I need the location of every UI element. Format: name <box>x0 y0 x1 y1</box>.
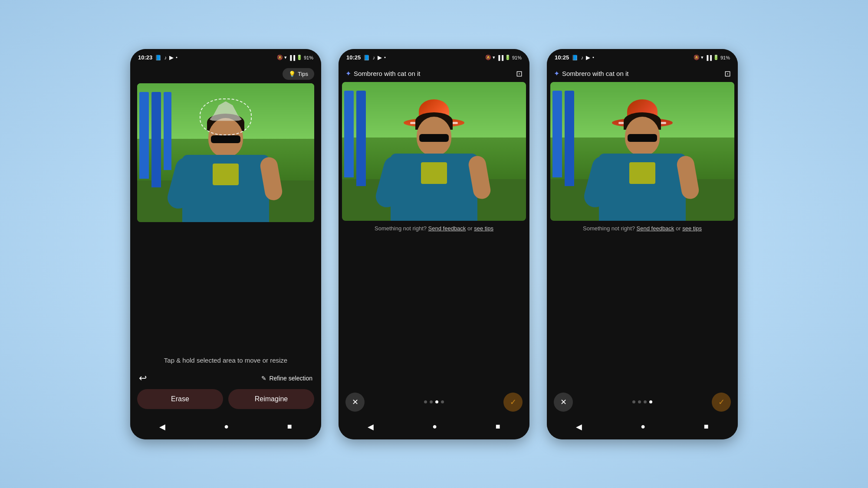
refine-selection-button[interactable]: ✎ Refine selection <box>261 375 312 382</box>
recent-nav-2[interactable]: ■ <box>490 420 506 433</box>
home-nav-1[interactable]: ● <box>219 420 234 433</box>
status-icons-2: 🔕 ▾ ▐▐ 🔋 91% <box>485 55 522 60</box>
pole-2b <box>356 91 366 186</box>
nav-bar-1: ◀ ● ■ <box>130 416 321 439</box>
status-icons-3: 🔕 ▾ ▐▐ 🔋 91% <box>694 55 730 60</box>
send-feedback-link-3[interactable]: Send feedback <box>637 225 674 232</box>
tiktok-icon-3: ♪ <box>581 55 583 61</box>
pole-2a <box>344 91 354 177</box>
photo-edit-container[interactable] <box>137 83 314 222</box>
mute-icon-2: 🔕 <box>485 55 491 60</box>
result-photo-2 <box>342 82 526 221</box>
send-feedback-link-2[interactable]: Send feedback <box>428 225 466 232</box>
bottom-bar-3: ✕ ✓ <box>547 388 738 416</box>
actions-row: ↩ ✎ Refine selection <box>137 373 314 384</box>
ai-prompt-label-2: ✦ Sombrero with cat on it <box>345 69 420 78</box>
dot-3-1 <box>638 400 641 403</box>
mute-icon: 🔕 <box>277 55 283 60</box>
dots-indicator-3 <box>632 400 652 403</box>
battery-pct-3: 91% <box>720 55 730 60</box>
back-nav-2[interactable]: ◀ <box>362 420 379 433</box>
shirt-design-2 <box>421 162 447 184</box>
person-glasses-2 <box>419 134 449 142</box>
dot-icon-3: • <box>592 55 594 60</box>
selection-area[interactable] <box>200 98 252 135</box>
accept-button-3[interactable]: ✓ <box>712 393 731 412</box>
battery-pct-2: 91% <box>512 55 522 60</box>
dot-2-2 <box>435 400 438 403</box>
battery-icon-2: 🔋 <box>505 55 511 60</box>
pole-3b <box>565 91 574 186</box>
ai-prompt-text-3: Sombrero with cat on it <box>562 70 628 77</box>
result-photo-3 <box>550 82 734 221</box>
person-figure-3 <box>582 91 703 221</box>
time-display: 10:23 <box>138 54 152 61</box>
wifi-icon-2: ▾ <box>493 55 495 60</box>
see-tips-link-3[interactable]: see tips <box>682 225 702 232</box>
erase-button[interactable]: Erase <box>137 389 223 409</box>
dot-2-1 <box>430 400 433 403</box>
dot-2-0 <box>424 400 427 403</box>
person-figure-2 <box>373 91 495 221</box>
cancel-button-3[interactable]: ✕ <box>554 393 573 412</box>
tips-icon: 💡 <box>289 71 296 77</box>
person-figure <box>165 92 286 222</box>
back-nav-3[interactable]: ◀ <box>571 420 587 433</box>
battery-icon: 🔋 <box>296 55 302 60</box>
feedback-row-3: Something not right? Send feedback or se… <box>547 221 738 236</box>
hint-text: Tap & hold selected area to move or resi… <box>137 353 314 367</box>
yt-icon-3: ▶ <box>586 55 590 61</box>
action-buttons-row: Erase Reimagine <box>137 389 314 409</box>
feedback-text-3: Something not right? <box>583 225 635 232</box>
photo-result-3 <box>550 82 734 221</box>
photo-result-2 <box>342 82 526 221</box>
see-tips-link-2[interactable]: see tips <box>474 225 493 232</box>
tips-label: Tips <box>298 71 308 77</box>
phone-3: 10:25 📘 ♪ ▶ • 🔕 ▾ ▐▐ 🔋 91% ✦ Sombrero wi… <box>547 49 738 439</box>
home-nav-3[interactable]: ● <box>635 420 651 433</box>
bottom-controls: Tap & hold selected area to move or resi… <box>130 312 321 416</box>
phone-2: 10:25 📘 ♪ ▶ • 🔕 ▾ ▐▐ 🔋 91% ✦ Sombrero wi… <box>339 49 529 439</box>
dot-3-0 <box>632 400 635 403</box>
reimagine-button[interactable]: Reimagine <box>228 389 314 409</box>
dots-indicator-2 <box>424 400 444 403</box>
dot-2-3 <box>441 400 444 403</box>
tiktok-icon-2: ♪ <box>372 55 375 61</box>
status-bar-1: 10:23 📘 ♪ ▶ • 🔕 ▾ ▐▐ 🔋 91% <box>130 49 321 65</box>
ai-header-2: ✦ Sombrero with cat on it ⊡ <box>339 65 529 82</box>
ai-header-3: ✦ Sombrero with cat on it ⊡ <box>547 65 738 82</box>
tips-button[interactable]: 💡 Tips <box>283 68 314 80</box>
compare-icon-3[interactable]: ⊡ <box>724 69 731 79</box>
refine-icon: ✎ <box>261 375 266 382</box>
recent-nav-3[interactable]: ■ <box>699 420 714 433</box>
pole-1 <box>139 92 149 179</box>
bottom-bar-2: ✕ ✓ <box>339 388 529 416</box>
status-time-3: 10:25 📘 ♪ ▶ • <box>555 54 594 61</box>
cancel-button-2[interactable]: ✕ <box>345 393 365 412</box>
park-structure-2 <box>344 91 366 186</box>
time-display-2: 10:25 <box>346 54 361 61</box>
tips-row: 💡 Tips <box>130 65 321 83</box>
wifi-icon-3: ▾ <box>701 55 704 60</box>
shirt-design <box>213 164 239 185</box>
accept-button-2[interactable]: ✓ <box>503 393 523 412</box>
phone1-main: 💡 Tips <box>130 65 321 416</box>
nav-bar-2: ◀ ● ■ <box>339 416 529 439</box>
home-nav-2[interactable]: ● <box>427 420 442 433</box>
sparkle-icon-2: ✦ <box>345 69 351 78</box>
undo-button[interactable]: ↩ <box>139 373 147 384</box>
sparkle-icon-3: ✦ <box>554 69 559 78</box>
photo-canvas <box>137 83 314 222</box>
battery-pct: 91% <box>304 55 313 60</box>
signal-icon-2: ▐▐ <box>496 55 503 60</box>
compare-icon-2[interactable]: ⊡ <box>516 69 523 79</box>
recent-nav-1[interactable]: ■ <box>282 420 297 433</box>
back-nav-1[interactable]: ◀ <box>154 420 171 433</box>
or-text-2: or <box>467 225 473 232</box>
tiktok-icon: ♪ <box>164 55 167 61</box>
person-glasses-3 <box>628 134 657 142</box>
park-structure-3 <box>552 91 574 186</box>
dot-icon-2: • <box>384 55 386 60</box>
status-bar-2: 10:25 📘 ♪ ▶ • 🔕 ▾ ▐▐ 🔋 91% <box>339 49 529 65</box>
pole-2 <box>151 92 161 187</box>
